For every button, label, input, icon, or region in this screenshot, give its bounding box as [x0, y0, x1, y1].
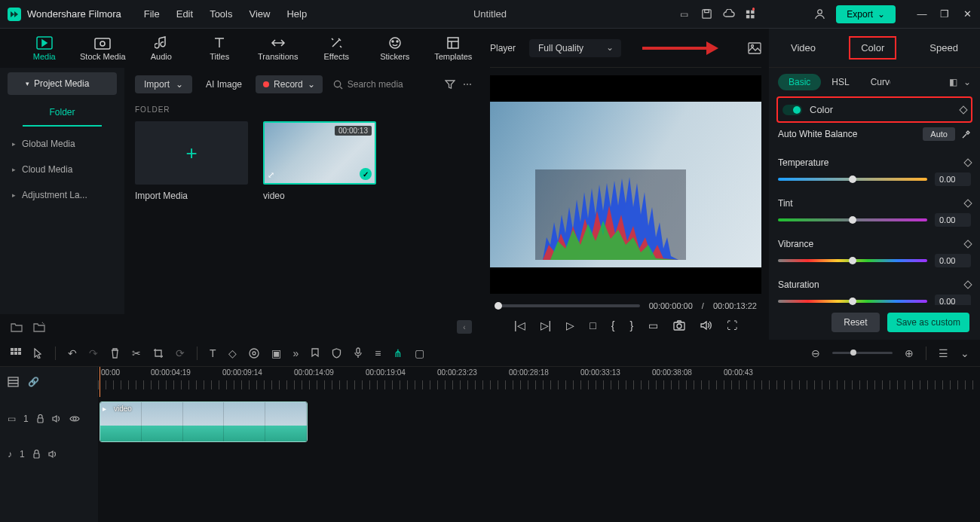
seek-thumb[interactable]	[495, 302, 502, 310]
lock-icon[interactable]	[36, 414, 44, 423]
import-button[interactable]: Import⌄	[135, 75, 192, 93]
minimize-button[interactable]: —	[917, 8, 927, 20]
mark-out-button[interactable]: }	[629, 319, 633, 331]
close-button[interactable]: ✕	[962, 8, 972, 20]
fullscreen-icon[interactable]: ⛶	[727, 319, 737, 331]
more-tools-icon[interactable]: »	[293, 347, 299, 359]
new-bin-icon[interactable]	[33, 322, 45, 332]
magnet-icon[interactable]: ⋔	[394, 347, 403, 359]
subtab-curves[interactable]: Curves	[860, 74, 890, 90]
tracks-layout-icon[interactable]	[8, 377, 19, 387]
tab-templates[interactable]: Templates	[424, 33, 483, 64]
zoom-in-icon[interactable]: ⊕	[905, 347, 914, 359]
maximize-button[interactable]: ❐	[939, 8, 950, 20]
visibility-icon[interactable]	[69, 415, 80, 423]
color-section-header[interactable]: Color	[778, 98, 971, 121]
crop-icon[interactable]	[153, 348, 164, 359]
folder-tab[interactable]: Folder	[23, 99, 102, 127]
compare-icon[interactable]: ◧	[949, 77, 957, 87]
zoom-out-icon[interactable]: ⊖	[811, 347, 820, 359]
marker-icon[interactable]	[311, 348, 320, 359]
menu-view[interactable]: View	[249, 8, 270, 20]
vibrance-slider[interactable]	[778, 259, 927, 262]
apps-icon[interactable]	[746, 8, 758, 20]
mute-icon[interactable]	[52, 414, 62, 423]
vibrance-value[interactable]: 0.00	[935, 254, 971, 267]
cloud-icon[interactable]	[723, 8, 735, 20]
timeline-tracks[interactable]: ▸ video	[98, 397, 980, 522]
tab-media[interactable]: Media	[15, 33, 74, 64]
keyframe-tool-icon[interactable]: ◇	[228, 347, 237, 359]
frame-icon[interactable]: ▢	[415, 347, 424, 359]
stop-button[interactable]: □	[590, 319, 596, 331]
guard-icon[interactable]	[332, 348, 341, 359]
lock-icon[interactable]	[32, 450, 41, 459]
tab-effects[interactable]: Effects	[308, 33, 366, 64]
temperature-slider[interactable]	[778, 178, 927, 181]
grid-icon[interactable]	[11, 348, 21, 359]
undo-icon[interactable]: ↶	[68, 347, 77, 359]
menu-help[interactable]: Help	[286, 8, 307, 20]
import-media-tile[interactable]: +	[135, 121, 248, 185]
keyframe-icon[interactable]	[963, 199, 972, 207]
auto-button[interactable]: Auto	[923, 127, 955, 141]
speed-tool-icon[interactable]: ⟳	[176, 347, 185, 359]
select-tool-icon[interactable]	[33, 348, 43, 359]
step-back-button[interactable]: ▷|	[541, 319, 552, 331]
color-tool-icon[interactable]	[249, 348, 259, 359]
mixer-icon[interactable]: ≡	[375, 347, 381, 359]
keyframe-icon[interactable]	[963, 240, 972, 248]
mute-icon[interactable]	[48, 450, 58, 459]
play-button[interactable]: ▷	[566, 319, 574, 331]
export-button[interactable]: Export ⌄	[836, 5, 896, 23]
keyframe-icon[interactable]	[963, 158, 972, 166]
menu-tools[interactable]: Tools	[210, 8, 232, 20]
chevron-down-icon[interactable]: ⌄	[963, 77, 971, 87]
account-icon[interactable]	[813, 8, 825, 20]
tab-color[interactable]: Color	[849, 36, 896, 60]
keyframe-icon[interactable]	[959, 105, 967, 114]
keyframe-icon[interactable]	[963, 280, 972, 288]
color-toggle[interactable]	[782, 105, 802, 115]
tab-stickers[interactable]: Stickers	[366, 33, 424, 64]
sidebar-item-adjustment[interactable]: Adjustment La...	[0, 182, 124, 208]
zoom-slider[interactable]	[832, 352, 893, 354]
video-track-header[interactable]: ▭ 1	[0, 397, 98, 441]
tab-video[interactable]: Video	[780, 38, 826, 58]
sidebar-item-cloud[interactable]: Cloud Media	[0, 157, 124, 182]
snapshot-icon[interactable]	[748, 42, 761, 54]
media-clip[interactable]: 00:00:13 ⤢ ✓	[263, 121, 376, 185]
tab-speed[interactable]: Speed	[919, 38, 969, 58]
list-view-icon[interactable]: ☰	[939, 347, 948, 359]
tint-slider[interactable]	[778, 218, 927, 221]
temperature-value[interactable]: 0.00	[935, 172, 971, 186]
volume-icon[interactable]	[700, 320, 712, 331]
tab-titles[interactable]: Titles	[191, 33, 250, 64]
mark-in-button[interactable]: {	[611, 319, 615, 331]
project-media-button[interactable]: ▾Project Media	[8, 72, 117, 95]
device-icon[interactable]: ▭	[678, 8, 690, 20]
collapse-button[interactable]: ‹	[457, 320, 472, 334]
record-button[interactable]: Record⌄	[256, 75, 323, 93]
display-icon[interactable]: ▭	[648, 319, 658, 331]
text-tool-icon[interactable]: T	[210, 347, 216, 359]
more-icon[interactable]: ⋯	[463, 79, 472, 90]
subtab-hsl[interactable]: HSL	[821, 74, 859, 90]
cut-icon[interactable]: ✂	[132, 347, 141, 359]
reset-button[interactable]: Reset	[831, 313, 879, 332]
camera-icon[interactable]	[673, 320, 685, 331]
seek-bar[interactable]	[495, 304, 640, 307]
audio-track-header[interactable]: ♪ 1	[0, 441, 98, 468]
tab-audio[interactable]: Audio	[132, 33, 191, 64]
delete-icon[interactable]	[110, 348, 120, 359]
ai-image-button[interactable]: AI Image	[200, 75, 248, 93]
video-preview[interactable]	[490, 75, 761, 294]
chevron-down-icon[interactable]: ⌄	[960, 347, 969, 359]
mic-icon[interactable]	[354, 347, 363, 359]
eyedropper-icon[interactable]	[961, 130, 971, 139]
sidebar-item-global[interactable]: Global Media	[0, 131, 124, 157]
mask-tool-icon[interactable]: ▣	[271, 347, 281, 359]
saturation-slider[interactable]	[778, 300, 927, 303]
link-icon[interactable]: 🔗	[28, 377, 39, 387]
redo-icon[interactable]: ↷	[89, 347, 98, 359]
